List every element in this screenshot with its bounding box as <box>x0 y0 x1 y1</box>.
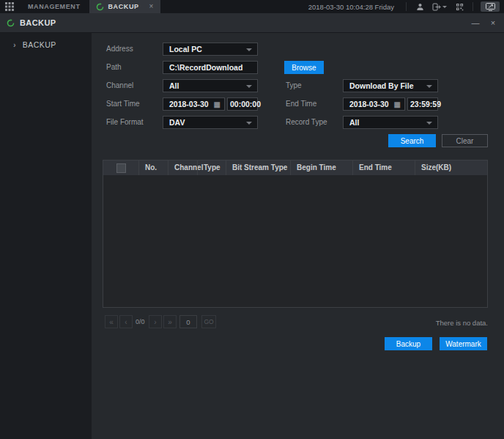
backup-app-window: MANAGEMENT BACKUP × 2018-03-30 10:04:28 … <box>0 0 504 439</box>
empty-message: There is no data. <box>436 319 488 327</box>
end-time-value: 23:59:59 <box>410 100 441 108</box>
minimize-icon[interactable]: — <box>470 19 481 27</box>
sidebar-item-label: BACKUP <box>23 40 56 49</box>
col-channel: Channel <box>168 161 197 175</box>
path-input[interactable] <box>163 61 258 74</box>
browse-button[interactable]: Browse <box>284 61 324 74</box>
address-label: Address <box>106 43 133 56</box>
monitor-icon <box>486 3 495 11</box>
topbar-right: 2018-03-30 10:04:28 Friday <box>308 0 504 13</box>
results-table: No. Channel Type Bit Stream Type Begin T… <box>103 160 488 308</box>
channel-dropdown[interactable]: All <box>163 79 258 92</box>
search-button-label: Search <box>401 137 424 145</box>
user-button[interactable] <box>411 0 429 13</box>
tab-close-icon[interactable]: × <box>149 3 154 10</box>
end-date-field[interactable]: 2018-03-30 ▦ <box>343 97 405 111</box>
qr-code-icon <box>456 3 464 11</box>
apps-grid-button[interactable] <box>0 0 19 13</box>
logout-icon <box>432 3 441 11</box>
next-page-button[interactable]: › <box>149 315 162 328</box>
table-header: No. Channel Type Bit Stream Type Begin T… <box>103 161 487 175</box>
search-button[interactable]: Search <box>388 134 436 147</box>
tab-management-label: MANAGEMENT <box>28 3 81 10</box>
clear-button-label: Clear <box>456 137 474 145</box>
chevron-down-icon <box>426 122 432 125</box>
window-titlebar: BACKUP — × <box>0 13 504 33</box>
record-type-label: Record Type <box>286 116 327 129</box>
first-page-button[interactable]: « <box>105 315 118 328</box>
page-number-input[interactable] <box>179 315 197 328</box>
watermark-button-label: Watermark <box>445 340 481 348</box>
col-no: No. <box>138 161 168 175</box>
qr-code-button[interactable] <box>451 0 468 13</box>
start-date-value: 2018-03-30 <box>169 100 209 108</box>
close-icon[interactable]: × <box>488 19 498 27</box>
end-time-label: End Time <box>286 97 316 111</box>
last-page-button[interactable]: » <box>163 315 177 328</box>
calendar-icon[interactable]: ▦ <box>214 100 220 110</box>
main-content: Address Local PC Path Browse Channel All… <box>92 33 504 439</box>
user-icon <box>416 3 424 11</box>
channel-value: All <box>169 81 179 90</box>
col-bit-stream-type: Bit Stream Type <box>226 161 290 175</box>
topbar-divider <box>472 2 473 11</box>
channel-label: Channel <box>106 79 133 92</box>
tab-management[interactable]: MANAGEMENT <box>19 0 89 13</box>
browse-button-label: Browse <box>292 64 316 72</box>
file-format-label: File Format <box>106 116 144 129</box>
end-time-field[interactable]: 23:59:59 <box>407 97 438 111</box>
topbar-divider <box>406 2 407 11</box>
type-label: Type <box>286 79 302 92</box>
go-button[interactable]: GO <box>201 315 216 328</box>
select-all-cell <box>103 161 138 175</box>
logout-caret-icon <box>442 6 447 8</box>
file-format-value: DAV <box>169 118 185 127</box>
file-format-dropdown[interactable]: DAV <box>163 116 258 129</box>
watermark-button[interactable]: Watermark <box>440 337 487 350</box>
record-type-dropdown[interactable]: All <box>343 116 438 129</box>
apps-grid-icon <box>5 2 14 11</box>
start-time-field[interactable]: 00:00:00 <box>227 97 258 111</box>
sidebar: › BACKUP <box>0 33 92 439</box>
start-time-label: Start Time <box>106 97 140 111</box>
system-datetime: 2018-03-30 10:04:28 Friday <box>308 3 394 11</box>
chevron-down-icon <box>246 48 252 51</box>
path-label: Path <box>106 61 122 74</box>
sidebar-item-backup[interactable]: › BACKUP <box>0 37 92 53</box>
address-dropdown[interactable]: Local PC <box>163 43 258 56</box>
select-all-checkbox[interactable] <box>116 163 126 173</box>
topbar: MANAGEMENT BACKUP × 2018-03-30 10:04:28 … <box>0 0 504 13</box>
col-size-kb: Size(KB) <box>415 161 487 175</box>
start-time-value: 00:00:00 <box>230 100 261 108</box>
col-end-time: End Time <box>352 161 415 175</box>
tab-backup[interactable]: BACKUP × <box>89 0 161 13</box>
chevron-down-icon <box>426 85 432 88</box>
type-dropdown[interactable]: Download By File <box>343 79 438 92</box>
col-begin-time: Begin Time <box>290 161 352 175</box>
tab-backup-label: BACKUP <box>108 3 139 10</box>
type-value: Download By File <box>349 81 414 90</box>
chevron-right-icon: › <box>13 40 16 49</box>
clear-button[interactable]: Clear <box>442 134 488 147</box>
backup-button[interactable]: Backup <box>385 337 432 350</box>
chevron-down-icon <box>246 122 252 125</box>
address-value: Local PC <box>169 45 202 54</box>
record-type-value: All <box>349 118 359 127</box>
logout-button[interactable] <box>429 0 451 13</box>
page-indicator: 0/0 <box>136 315 145 328</box>
page-title: BACKUP <box>20 18 56 27</box>
chevron-down-icon <box>246 85 252 88</box>
end-date-value: 2018-03-30 <box>349 100 389 108</box>
start-date-field[interactable]: 2018-03-30 ▦ <box>163 97 225 111</box>
backup-tab-icon <box>96 3 104 11</box>
col-type: Type <box>197 161 226 175</box>
calendar-icon[interactable]: ▦ <box>394 100 401 110</box>
live-view-button[interactable] <box>481 1 500 12</box>
prev-page-button[interactable]: ‹ <box>119 315 133 328</box>
backup-button-label: Backup <box>396 340 420 348</box>
backup-window-icon <box>7 19 15 27</box>
